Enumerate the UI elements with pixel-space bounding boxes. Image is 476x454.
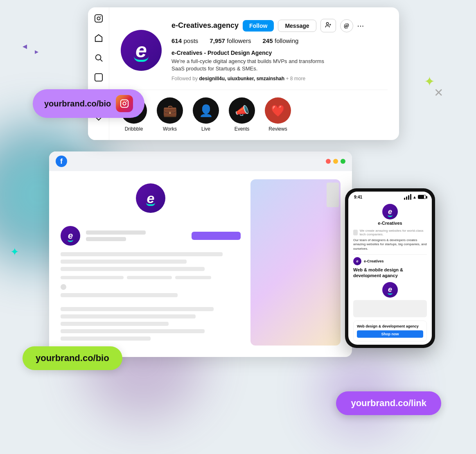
fb-center-logo: e: [61, 183, 241, 215]
sparkle-teal-icon: ✦: [10, 246, 19, 258]
ig-highlight-reviews-label: Reviews: [268, 126, 287, 132]
phone-section-logo-sm: e: [353, 257, 361, 265]
ig-highlight-events[interactable]: 📣 Events: [229, 97, 255, 132]
phone-meta-icon: [353, 230, 358, 235]
fb-dot-2: [333, 159, 338, 164]
sparkle-cross-icon: ✕: [434, 86, 443, 99]
svg-point-3: [95, 55, 101, 60]
phone-brand-name: e-Creatives: [378, 221, 402, 226]
sparkle-icon: ◂: [23, 41, 27, 52]
fb-center-logo-circle: e: [136, 183, 165, 213]
svg-point-1: [97, 17, 100, 20]
fb-content: e e: [49, 171, 352, 357]
ig-highlight-live[interactable]: 👤 Live: [193, 97, 219, 132]
fb-content-line-4: [61, 276, 124, 279]
svg-rect-9: [121, 100, 128, 107]
ig-highlights-row: 🌐 Dribbble 💼 Works 👤 Live 📣 Events ❤️ Re…: [121, 90, 388, 132]
bio-pill-bottom[interactable]: yourbrand.co/bio: [23, 346, 122, 370]
phone-shop-section: Web design & development agency Shop now: [353, 321, 427, 341]
ig-profile-header: e e-Creatives.agency Follow Message @ ··…: [121, 19, 388, 81]
ig-highlight-dribbble-label: Dribbble: [125, 126, 143, 132]
fb-avatar-row: e: [61, 226, 241, 246]
fb-content-line-3: [61, 267, 205, 271]
ig-highlight-reviews-circle: ❤️: [265, 97, 291, 124]
ig-followed-by: Followed by designill4u, uiuxbunker, smz…: [171, 76, 388, 81]
ig-profile-info: e-Creatives.agency Follow Message @ ··· …: [171, 19, 388, 81]
phone-screen: 9:41 ▲ e: [348, 192, 432, 345]
fb-content-lines: [61, 252, 241, 279]
phone-time: 9:41: [354, 195, 362, 199]
phone-logo-big: e: [382, 282, 398, 298]
ig-sidebar-instagram-icon[interactable]: [93, 13, 104, 24]
ig-stats-row: 614 posts 7,957 followers 245 following: [171, 37, 388, 45]
phone-battery-icon: [418, 195, 426, 199]
bio-pill-bottom-text: yourbrand.co/bio: [36, 353, 109, 363]
ig-sidebar-search-icon[interactable]: [93, 52, 104, 63]
fb-avatar: e: [61, 226, 80, 246]
ig-posts-label-text: posts: [183, 37, 198, 44]
fb-dot-1: [326, 159, 331, 164]
fb-right-panel: [250, 179, 341, 346]
phone-gray-block: [353, 300, 427, 317]
ig-sidebar-home-icon[interactable]: [93, 33, 104, 43]
ig-highlight-works-label: Works: [163, 126, 177, 132]
fb-dot-indicator: [61, 284, 66, 290]
ig-threads-button[interactable]: @: [340, 19, 353, 32]
phone-meta-row: We create amazing websites for world-cla…: [353, 229, 427, 236]
fb-window-dots: [326, 159, 345, 164]
phone-content: e e-Creatives We create amazing websites…: [348, 201, 432, 345]
fb-placeholder-lines: [86, 230, 186, 241]
phone-wifi-icon: ▲: [413, 195, 417, 199]
fb-left-panel: e e: [61, 179, 241, 346]
bio-pill-instagram-icon: [116, 95, 133, 112]
link-pill-bottom[interactable]: yourbrand.co/link: [336, 391, 441, 415]
fb-line-1: [86, 230, 146, 235]
ig-followed-by-users: designill4u, uiuxbunker, smzainshah: [199, 76, 284, 81]
ig-following-stat: 245 following: [263, 37, 299, 45]
phone-shop-title: Web design & development agency: [357, 324, 423, 328]
fb-content-line-5: [127, 276, 172, 279]
ig-highlight-works-circle: 💼: [157, 97, 183, 124]
ig-add-person-button[interactable]: [320, 19, 336, 32]
fb-line-2: [86, 237, 126, 241]
fb-topbar: f: [49, 151, 352, 171]
phone-meta-text: We create amazing websites for world-cla…: [360, 229, 427, 236]
svg-rect-0: [95, 15, 102, 22]
ig-more-button[interactable]: ···: [357, 21, 364, 30]
ig-follow-button[interactable]: Follow: [243, 20, 274, 32]
sparkle-icon-2: ▸: [35, 47, 38, 56]
fb-line-10: [61, 329, 205, 333]
bio-pill-top[interactable]: yourbrand.co/bio: [33, 89, 144, 118]
ig-highlight-works[interactable]: 💼 Works: [157, 97, 183, 132]
phone-section-brand: e-Creatives: [364, 259, 384, 263]
svg-point-11: [126, 101, 127, 102]
fb-line-7: [61, 307, 214, 311]
phone-status-bar: 9:41 ▲: [348, 192, 432, 201]
fb-content-line-1: [61, 252, 223, 256]
ig-followers-label-text: followers: [227, 37, 251, 44]
ig-followers-count: 7,957: [210, 37, 225, 44]
phone-divider-1: [353, 254, 427, 255]
phone-logo-section: e e-Creatives: [353, 204, 427, 226]
ig-highlight-reviews[interactable]: ❤️ Reviews: [265, 97, 291, 132]
ig-username-row: e-Creatives.agency Follow Message @ ···: [171, 19, 388, 32]
ig-highlight-live-circle: 👤: [193, 97, 219, 124]
phone-desc: Our team of designers & developers creat…: [353, 238, 427, 251]
fb-line-9: [61, 322, 169, 326]
fb-more-lines: [61, 284, 241, 341]
mobile-phone: 9:41 ▲ e: [345, 188, 435, 348]
svg-point-6: [326, 23, 328, 25]
ig-sidebar-activity-icon[interactable]: [93, 72, 104, 83]
phone-shop-button[interactable]: Shop now: [357, 330, 423, 338]
svg-point-2: [100, 16, 101, 17]
fb-cta-button[interactable]: [192, 232, 241, 240]
facebook-card: f e e: [49, 151, 352, 357]
phone-heading: Web & mobile design & development agancy: [353, 267, 427, 279]
instagram-card: 3 e e-Creatives.agency Follow Message: [88, 7, 399, 140]
fb-line-8: [61, 314, 196, 318]
fb-dot-3: [341, 159, 345, 164]
ig-bio-name: e-Creatives - Product Design Agency: [171, 50, 388, 56]
ig-message-button[interactable]: Message: [278, 20, 316, 32]
svg-point-10: [123, 102, 126, 105]
ig-posts-count: 614: [171, 37, 182, 44]
